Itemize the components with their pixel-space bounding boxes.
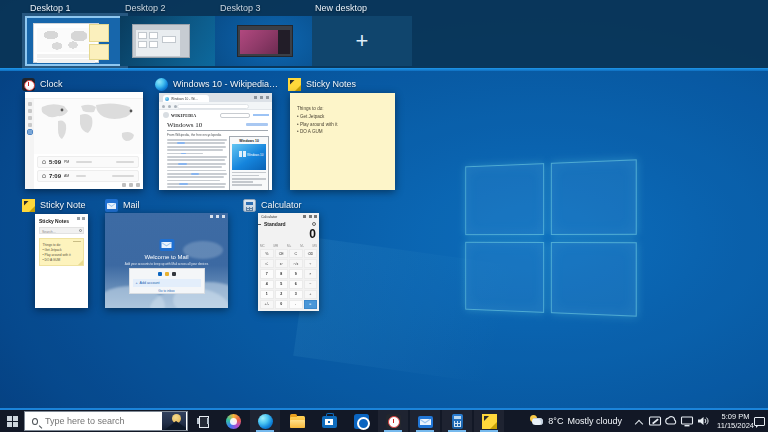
clock-meridiem-secondary: AM bbox=[64, 174, 69, 178]
mail-subtitle: Add your accounts to keep up with Mail a… bbox=[105, 262, 228, 266]
taskbar-mail[interactable] bbox=[410, 410, 440, 432]
calc-key: % bbox=[260, 249, 274, 258]
taskbar-clock-app[interactable] bbox=[378, 410, 408, 432]
infobox-line bbox=[232, 181, 253, 183]
clock-row-secondary: 7:09 AM bbox=[37, 170, 139, 182]
tray-date: 11/15/2024 bbox=[717, 421, 754, 430]
article-text-line bbox=[167, 180, 220, 182]
calculator-window-header[interactable]: Calculator bbox=[243, 198, 302, 212]
sticky-notes-window-header[interactable]: Sticky Notes bbox=[288, 77, 356, 91]
desktop-1-map-mini bbox=[37, 28, 95, 52]
taskbar-calculator[interactable] bbox=[442, 410, 472, 432]
desktop-2-window-inner bbox=[136, 30, 180, 56]
volume-tray-icon[interactable] bbox=[696, 414, 710, 428]
taskbar-file-explorer[interactable] bbox=[282, 410, 312, 432]
action-center-button[interactable] bbox=[754, 410, 768, 432]
clock-date-bar bbox=[116, 161, 134, 163]
network-tray-icon[interactable] bbox=[680, 414, 694, 428]
sidebar-glyph bbox=[28, 102, 32, 106]
heading-rule bbox=[167, 130, 268, 131]
sticky-note-line: • DO A GUM bbox=[297, 128, 395, 136]
article-text-line bbox=[167, 176, 224, 178]
footer-glyph bbox=[122, 183, 126, 187]
mail-icon bbox=[418, 416, 433, 428]
taskbar-search[interactable] bbox=[24, 411, 188, 431]
new-desktop-button[interactable]: + bbox=[312, 16, 412, 66]
weather-condition: Mostly cloudy bbox=[567, 416, 622, 426]
calc-key: − bbox=[304, 280, 318, 289]
task-view-button[interactable] bbox=[190, 410, 216, 432]
article-heading: Windows 10 bbox=[167, 121, 202, 129]
desktop-3-thumbnail[interactable] bbox=[215, 16, 315, 66]
clock-time-local: 5:09 bbox=[49, 159, 61, 165]
onedrive-tray-icon[interactable] bbox=[664, 414, 678, 428]
article-link-fragment bbox=[177, 142, 185, 144]
calc-key: C bbox=[289, 249, 303, 258]
clock-label-bar bbox=[76, 161, 92, 163]
close-icon bbox=[222, 215, 225, 218]
show-hidden-icons-button[interactable] bbox=[636, 419, 642, 425]
calc-key: ÷ bbox=[304, 259, 318, 268]
history-icon bbox=[312, 222, 316, 226]
desktop-3-image-mini bbox=[240, 30, 278, 54]
tray-clock[interactable]: 5:09 PM 11/15/2024 bbox=[717, 410, 754, 432]
calc-key: CE bbox=[275, 249, 289, 258]
calc-key: 4 bbox=[260, 280, 274, 289]
close-icon bbox=[82, 217, 85, 220]
infobox-line bbox=[232, 178, 266, 180]
hamburger-icon bbox=[258, 222, 261, 225]
sticky-list-window-header[interactable]: Sticky Note bbox=[22, 198, 86, 212]
mini-tile bbox=[149, 32, 158, 39]
search-input[interactable] bbox=[38, 416, 162, 426]
mail-window-thumbnail[interactable]: Welcome to Mail Add your accounts to kee… bbox=[105, 213, 228, 308]
clock-window-thumbnail[interactable]: 5:09 PM 7:09 AM bbox=[25, 92, 143, 189]
infobox-screenshot: Windows 10 bbox=[232, 144, 266, 170]
sticky-note-text: Things to do:• Get Jetpack• Play around … bbox=[290, 93, 395, 136]
calc-key: +/- bbox=[260, 300, 274, 309]
back-icon bbox=[162, 105, 165, 108]
taskbar-store[interactable] bbox=[314, 410, 344, 432]
desktop-1-thumbnail[interactable] bbox=[25, 16, 125, 66]
plus-icon: + bbox=[136, 281, 138, 285]
article-text-line bbox=[167, 163, 226, 165]
calc-key: 7 bbox=[260, 269, 274, 278]
sticky-list-note-card: Things to do:• Get Jetpack• Play around … bbox=[39, 238, 84, 266]
sticky-notes-icon bbox=[22, 199, 35, 212]
clock-titlebar bbox=[25, 92, 143, 99]
sticky-list-window-thumbnail[interactable]: Sticky Notes Search... Things to do:• Ge… bbox=[35, 214, 88, 308]
minimize-icon bbox=[210, 215, 213, 218]
calc-key: 6 bbox=[289, 280, 303, 289]
infobox-line bbox=[232, 172, 266, 174]
desktop-2-window-mini bbox=[132, 24, 190, 58]
calc-key: × bbox=[304, 269, 318, 278]
sticky-notes-window-thumbnail[interactable]: Things to do:• Get Jetpack• Play around … bbox=[290, 93, 395, 190]
calc-key: 8 bbox=[275, 269, 289, 278]
maximize-icon bbox=[309, 215, 312, 218]
desktop-2-thumbnail[interactable] bbox=[120, 16, 220, 66]
calculator-window-thumbnail[interactable]: Calculator Standard 0 MCMRM+M-MS %CEC⌫¹⁄… bbox=[258, 213, 319, 311]
weather-temp: 8°C bbox=[548, 416, 563, 426]
taskbar-copilot[interactable] bbox=[218, 410, 248, 432]
search-icon bbox=[79, 229, 82, 232]
wikipedia-window-thumbnail[interactable]: Windows 10 - Wi… WIKIPEDIA Windows 10 Fr… bbox=[159, 93, 272, 190]
bing-daily-image bbox=[162, 412, 186, 430]
copilot-icon bbox=[226, 414, 241, 429]
sticky-note-line: Things to do: bbox=[297, 105, 395, 113]
taskbar-sticky-notes[interactable] bbox=[474, 410, 504, 432]
note-fold bbox=[78, 260, 83, 265]
start-button[interactable] bbox=[0, 410, 24, 432]
calc-key: 5 bbox=[275, 280, 289, 289]
clock-window-title: Clock bbox=[40, 79, 63, 89]
article-text-line bbox=[167, 170, 226, 172]
edge-tab: Windows 10 - Wi… bbox=[163, 95, 209, 102]
wikipedia-window-header[interactable]: Windows 10 - Wikipedia… bbox=[155, 77, 278, 91]
taskbar-edge[interactable] bbox=[250, 410, 280, 432]
pen-tray-icon[interactable] bbox=[648, 414, 662, 428]
article-text-line bbox=[167, 173, 227, 175]
language-selector-bar bbox=[246, 123, 268, 126]
taskbar-outlook[interactable] bbox=[346, 410, 376, 432]
weather-widget[interactable]: 8°C Mostly cloudy bbox=[523, 410, 628, 432]
wikipedia-window-title: Windows 10 - Wikipedia… bbox=[173, 79, 278, 89]
clock-window-header[interactable]: Clock bbox=[22, 77, 63, 91]
mail-window-header[interactable]: Mail bbox=[105, 198, 140, 212]
